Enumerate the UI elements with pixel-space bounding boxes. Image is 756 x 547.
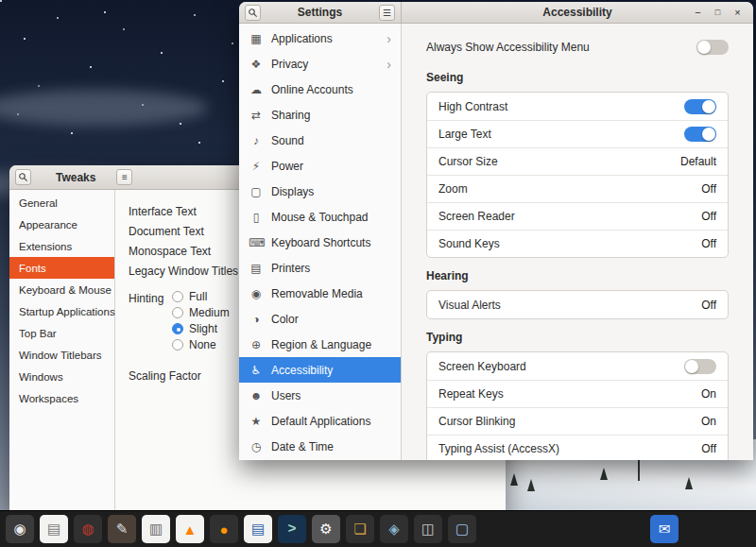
row-large-text[interactable]: Large Text bbox=[427, 120, 728, 147]
writer-icon[interactable]: ▤ bbox=[244, 515, 272, 543]
sidebar-item-online-accounts[interactable]: ☁ Online Accounts bbox=[239, 77, 401, 102]
tweaks-sidebar-item-window-titlebars[interactable]: Window Titlebars bbox=[9, 344, 114, 366]
row-repeat-keys[interactable]: Repeat Keys On bbox=[427, 380, 728, 407]
tree-shape bbox=[600, 468, 608, 480]
sidebar-item-printers[interactable]: ▤ Printers bbox=[239, 255, 401, 281]
wallpaper-stars bbox=[0, 0, 2, 2]
document-viewer-icon[interactable]: ▥ bbox=[142, 515, 170, 543]
radio-icon[interactable] bbox=[172, 291, 183, 302]
sidebar-item-sharing[interactable]: ⇄ Sharing bbox=[239, 102, 401, 128]
tweaks-sidebar-item-keyboard-mouse[interactable]: Keyboard & Mouse bbox=[9, 279, 114, 300]
online-accounts-icon: ☁ bbox=[249, 83, 264, 96]
chat-icon[interactable]: ✉ bbox=[650, 515, 679, 543]
hinting-option-none[interactable]: None bbox=[172, 338, 230, 350]
radio-label: Slight bbox=[189, 322, 217, 335]
sidebar-item-removable-media[interactable]: ◉ Removable Media bbox=[239, 281, 401, 306]
vlc-icon[interactable]: ▲ bbox=[176, 515, 204, 543]
hinting-option-medium[interactable]: Medium bbox=[172, 306, 230, 318]
taskbar: ◉ ▤ ◍ ✎ ▥ ▲ ● ▤ > ⚙ ❏ ◈ ◫ ▢ ✉ bbox=[0, 510, 756, 547]
tweaks-sidebar-item-extensions[interactable]: Extensions bbox=[9, 235, 114, 257]
settings-window: Settings ☰ Accessibility − □ × ▦ Applica… bbox=[239, 2, 753, 460]
always-show-accessibility-menu-row[interactable]: Always Show Accessibility Menu bbox=[426, 35, 729, 60]
tweaks-sidebar-item-windows[interactable]: Windows bbox=[9, 366, 114, 387]
sidebar-item-sound[interactable]: ♪ Sound bbox=[239, 128, 401, 153]
toggle-switch[interactable] bbox=[696, 40, 729, 55]
row-screen-reader[interactable]: Screen Reader Off bbox=[427, 202, 728, 230]
tweaks-sidebar-item-workspaces[interactable]: Workspaces bbox=[9, 387, 114, 409]
menu-button[interactable]: ☰ bbox=[379, 5, 395, 21]
sidebar-item-applications[interactable]: ▦ Applications › bbox=[239, 26, 401, 51]
row-value: On bbox=[701, 415, 716, 428]
radio-icon[interactable] bbox=[172, 323, 183, 334]
maximize-button[interactable]: □ bbox=[710, 8, 726, 17]
row-label: Legacy Window Titles bbox=[129, 265, 238, 278]
row-cursor-size[interactable]: Cursor Size Default bbox=[427, 147, 728, 175]
terminal-icon[interactable]: > bbox=[278, 515, 306, 543]
sidebar-item-color[interactable]: ◑ Color bbox=[239, 306, 401, 332]
sidebar-item-displays[interactable]: ▢ Displays bbox=[239, 179, 401, 204]
radio-icon[interactable] bbox=[172, 339, 183, 350]
sidebar-item-date-time[interactable]: ◷ Date & Time bbox=[239, 434, 401, 459]
row-screen-keyboard[interactable]: Screen Keyboard bbox=[427, 352, 728, 380]
sidebar-item-accessibility[interactable]: ♿ Accessibility bbox=[239, 357, 401, 383]
tweaks-sidebar-item-top-bar[interactable]: Top Bar bbox=[9, 322, 114, 344]
sidebar-item-keyboard-shortcuts[interactable]: ⌨ Keyboard Shortcuts bbox=[239, 230, 401, 255]
toggle-switch[interactable] bbox=[684, 359, 716, 374]
displays-icon: ▢ bbox=[249, 185, 264, 198]
screenshot-tool-icon[interactable]: ◉ bbox=[6, 515, 34, 543]
sidebar-item-region-language[interactable]: ⊕ Region & Language bbox=[239, 332, 401, 357]
firefox-icon[interactable]: ● bbox=[210, 515, 238, 543]
sidebar-item-privacy[interactable]: ❖ Privacy › bbox=[239, 51, 401, 77]
archive-icon[interactable]: ◫ bbox=[414, 515, 442, 543]
row-value: Off bbox=[701, 237, 716, 250]
row-label: High Contrast bbox=[438, 100, 507, 113]
sidebar-item-default-applications[interactable]: ★ Default Applications bbox=[239, 408, 401, 434]
menu-button[interactable]: ≡ bbox=[116, 169, 132, 185]
monitor-icon[interactable]: ▢ bbox=[448, 515, 476, 543]
row-zoom[interactable]: Zoom Off bbox=[427, 175, 728, 202]
row-label: Screen Reader bbox=[438, 210, 515, 223]
row-cursor-blinking[interactable]: Cursor Blinking On bbox=[427, 407, 728, 435]
text-editor-icon[interactable]: ▤ bbox=[40, 515, 68, 543]
radio-label: Full bbox=[189, 290, 207, 303]
row-visual-alerts[interactable]: Visual Alerts Off bbox=[427, 291, 728, 318]
sidebar-item-mouse-touchpad[interactable]: ▯ Mouse & Touchpad bbox=[239, 204, 401, 230]
files-icon[interactable]: ❏ bbox=[346, 515, 374, 543]
mouse-icon: ▯ bbox=[249, 211, 264, 224]
keyboard-icon: ⌨ bbox=[249, 236, 264, 249]
row-high-contrast[interactable]: High Contrast bbox=[427, 93, 728, 120]
search-button[interactable] bbox=[245, 5, 261, 21]
radio-icon[interactable] bbox=[172, 307, 183, 318]
star-icon: ★ bbox=[249, 415, 264, 428]
settings-icon[interactable]: ⚙ bbox=[312, 515, 340, 543]
browser-icon[interactable]: ◍ bbox=[74, 515, 102, 543]
tweaks-sidebar-item-appearance[interactable]: Appearance bbox=[9, 214, 114, 235]
image-editor-icon[interactable]: ✎ bbox=[108, 515, 136, 543]
tweaks-sidebar-item-general[interactable]: General bbox=[9, 192, 114, 214]
users-icon: ☻ bbox=[249, 389, 264, 402]
tweaks-sidebar-item-fonts[interactable]: Fonts bbox=[9, 257, 114, 279]
row-sound-keys[interactable]: Sound Keys Off bbox=[427, 230, 728, 257]
close-button[interactable]: × bbox=[730, 7, 746, 18]
tweaks-sidebar-item-startup-applications[interactable]: Startup Applications bbox=[9, 300, 114, 322]
switch-knob bbox=[685, 360, 698, 373]
toggle-switch[interactable] bbox=[684, 127, 716, 142]
sharing-icon: ⇄ bbox=[249, 109, 264, 122]
row-label: Typing Assist (AccessX) bbox=[438, 442, 559, 455]
software-icon[interactable]: ◈ bbox=[380, 515, 408, 543]
sidebar-item-label: Sharing bbox=[271, 109, 310, 122]
switch-knob bbox=[702, 128, 715, 141]
tweaks-window-title: Tweaks bbox=[56, 171, 95, 184]
row-typing-assist[interactable]: Typing Assist (AccessX) Off bbox=[427, 435, 728, 460]
minimize-button[interactable]: − bbox=[690, 7, 706, 18]
toggle-switch[interactable] bbox=[684, 99, 716, 114]
color-icon: ◑ bbox=[249, 313, 264, 326]
hinting-option-full[interactable]: Full bbox=[172, 290, 230, 302]
row-value: On bbox=[701, 387, 716, 401]
search-button[interactable] bbox=[15, 169, 31, 185]
sidebar-item-power[interactable]: ⚡ Power bbox=[239, 153, 401, 179]
settings-window-title: Settings bbox=[298, 6, 342, 19]
hinting-option-slight[interactable]: Slight bbox=[172, 322, 230, 334]
row-label: Always Show Accessibility Menu bbox=[426, 41, 590, 54]
sidebar-item-users[interactable]: ☻ Users bbox=[239, 383, 401, 408]
